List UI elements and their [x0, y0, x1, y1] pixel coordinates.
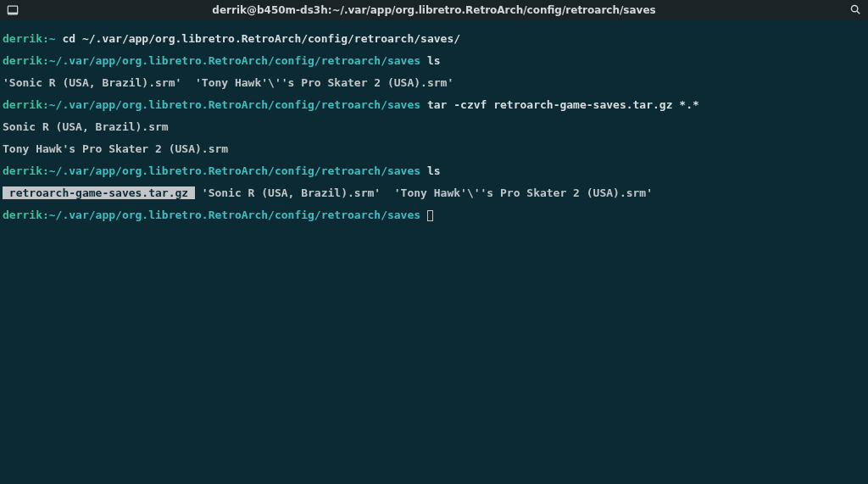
output-text: Sonic R (USA, Brazil).srm — [3, 120, 169, 133]
prompt-path: ~/.var/app/org.libretro.RetroArch/config… — [49, 164, 420, 177]
command-text: ls — [420, 164, 440, 177]
prompt-user: derrik — [3, 32, 42, 45]
terminal-line: retroarch-game-saves.tar.gz 'Sonic R (US… — [3, 187, 865, 198]
window-title: derrik@b450m-ds3h:~/.var/app/org.libretr… — [0, 4, 868, 16]
prompt-path: ~ — [49, 32, 56, 45]
prompt-user: derrik — [3, 209, 42, 221]
command-text: cd ~/.var/app/org.libretro.RetroArch/con… — [56, 32, 460, 45]
svg-point-2 — [851, 5, 857, 11]
window-titlebar: derrik@b450m-ds3h:~/.var/app/org.libretr… — [0, 0, 868, 20]
prompt-sep: : — [42, 164, 49, 177]
prompt-sep: : — [42, 54, 49, 67]
highlighted-file: retroarch-game-saves.tar.gz — [3, 186, 195, 199]
terminal-line: 'Sonic R (USA, Brazil).srm' 'Tony Hawk'\… — [3, 77, 865, 88]
prompt-sep: : — [42, 32, 49, 45]
prompt-user: derrik — [3, 164, 42, 177]
search-icon[interactable] — [849, 3, 861, 18]
output-text: 'Sonic R (USA, Brazil).srm' 'Tony Hawk'\… — [3, 76, 453, 89]
terminal-line: derrik:~/.var/app/org.libretro.RetroArch… — [3, 99, 865, 110]
terminal-line: derrik:~/.var/app/org.libretro.RetroArch… — [3, 165, 865, 176]
prompt-path: ~/.var/app/org.libretro.RetroArch/config… — [49, 54, 420, 67]
output-text: 'Sonic R (USA, Brazil).srm' 'Tony Hawk'\… — [195, 186, 653, 199]
terminal-line: Tony Hawk's Pro Skater 2 (USA).srm — [3, 143, 865, 154]
terminal-line: derrik:~ cd ~/.var/app/org.libretro.Retr… — [3, 33, 865, 44]
svg-rect-1 — [8, 13, 17, 14]
command-text — [420, 209, 427, 221]
prompt-user: derrik — [3, 98, 42, 111]
cursor — [427, 210, 433, 221]
prompt-sep: : — [42, 209, 49, 221]
prompt-path: ~/.var/app/org.libretro.RetroArch/config… — [49, 209, 420, 221]
prompt-sep: : — [42, 98, 49, 111]
terminal-line: derrik:~/.var/app/org.libretro.RetroArch… — [3, 209, 865, 221]
command-text: tar -czvf retroarch-game-saves.tar.gz *.… — [420, 98, 699, 111]
terminal-area[interactable]: derrik:~ cd ~/.var/app/org.libretro.Retr… — [0, 20, 868, 234]
terminal-line: derrik:~/.var/app/org.libretro.RetroArch… — [3, 55, 865, 66]
output-text: Tony Hawk's Pro Skater 2 (USA).srm — [3, 142, 228, 155]
prompt-user: derrik — [3, 54, 42, 67]
svg-line-3 — [857, 10, 860, 13]
terminal-icon — [7, 4, 19, 16]
prompt-path: ~/.var/app/org.libretro.RetroArch/config… — [49, 98, 420, 111]
terminal-line: Sonic R (USA, Brazil).srm — [3, 121, 865, 132]
command-text: ls — [420, 54, 440, 67]
